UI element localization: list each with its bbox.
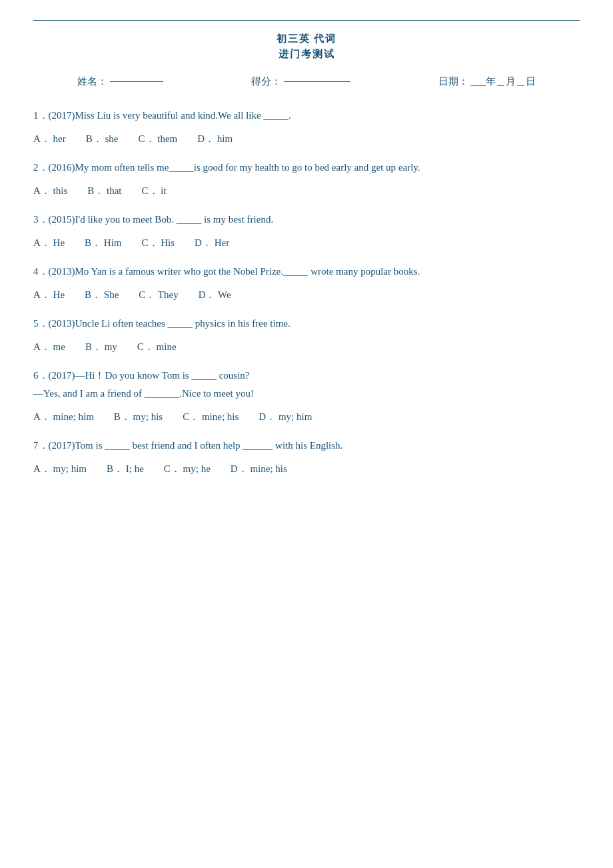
name-blank xyxy=(110,81,163,82)
title-section: 初三英 代词 进门考测试 xyxy=(33,33,580,61)
question-3-options: A． HeB． HimC． HisD． Her xyxy=(33,234,580,252)
question-4-option-A．: A． He xyxy=(33,286,65,304)
question-1-option-D．: D． him xyxy=(197,130,233,148)
question-6-option-D．: D． my; him xyxy=(259,408,312,426)
question-2-options: A． thisB． thatC． it xyxy=(33,182,580,200)
question-4-options: A． HeB． SheC． TheyD． We xyxy=(33,286,580,304)
question-5-options: A． meB． myC． mine xyxy=(33,338,580,356)
question-6-option-A．: A． mine; him xyxy=(33,408,94,426)
question-6-line1: 6．(2017)—Hi！Do you know Tom is _____ cou… xyxy=(33,367,580,385)
question-1-option-C．: C． them xyxy=(139,130,178,148)
title-main: 初三英 代词 xyxy=(33,33,580,45)
question-1: 1．(2017)Miss Liu is very beautiful and k… xyxy=(33,107,580,148)
name-field: 姓名： xyxy=(77,75,163,88)
question-5: 5．(2013)Uncle Li often teaches _____ phy… xyxy=(33,315,580,356)
question-5-option-A．: A． me xyxy=(33,338,65,356)
question-7-options: A． my; himB． I; heC． my; heD． mine; his xyxy=(33,460,580,478)
question-3-option-B．: B． Him xyxy=(85,234,121,252)
question-7-option-D．: D． mine; his xyxy=(231,460,287,478)
question-1-text: 1．(2017)Miss Liu is very beautiful and k… xyxy=(33,107,580,125)
question-3-option-D．: D． Her xyxy=(195,234,229,252)
info-row: 姓名： 得分： 日期： ___年＿月＿日 xyxy=(33,75,580,88)
question-6-option-B．: B． my; his xyxy=(114,408,163,426)
question-1-option-A．: A． her xyxy=(33,130,66,148)
question-6-line2: —Yes, and I am a friend of _______.Nice … xyxy=(33,385,580,403)
question-2-option-A．: A． this xyxy=(33,182,67,200)
score-label: 得分： xyxy=(251,75,281,88)
question-4-option-C．: C． They xyxy=(139,286,178,304)
question-7: 7．(2017)Tom is _____ best friend and I o… xyxy=(33,437,580,478)
question-2-option-C．: C． it xyxy=(142,182,167,200)
question-1-option-B．: B． she xyxy=(86,130,119,148)
question-4: 4．(2013)Mo Yan is a famous writer who go… xyxy=(33,263,580,304)
question-2-text: 2．(2016)My mom often tells me_____is goo… xyxy=(33,159,580,177)
date-blank: ___年＿月＿日 xyxy=(471,75,536,88)
question-2: 2．(2016)My mom often tells me_____is goo… xyxy=(33,159,580,200)
question-3-text: 3．(2015)I'd like you to meet Bob. _____ … xyxy=(33,211,580,229)
date-field: 日期： ___年＿月＿日 xyxy=(438,75,536,88)
question-6: 6．(2017)—Hi！Do you know Tom is _____ cou… xyxy=(33,367,580,426)
question-5-text: 5．(2013)Uncle Li often teaches _____ phy… xyxy=(33,315,580,333)
question-4-option-D．: D． We xyxy=(199,286,231,304)
question-1-options: A． herB． sheC． themD． him xyxy=(33,130,580,148)
question-4-text: 4．(2013)Mo Yan is a famous writer who go… xyxy=(33,263,580,281)
top-border xyxy=(33,20,580,21)
question-7-option-C．: C． my; he xyxy=(164,460,211,478)
question-6-options: A． mine; himB． my; hisC． mine; hisD． my;… xyxy=(33,408,580,426)
question-5-option-C．: C． mine xyxy=(137,338,177,356)
questions-container: 1．(2017)Miss Liu is very beautiful and k… xyxy=(33,107,580,478)
name-label: 姓名： xyxy=(77,75,107,88)
question-7-option-B．: B． I; he xyxy=(107,460,144,478)
question-5-option-B．: B． my xyxy=(85,338,117,356)
question-7-text: 7．(2017)Tom is _____ best friend and I o… xyxy=(33,437,580,455)
question-6-option-C．: C． mine; his xyxy=(183,408,239,426)
score-field: 得分： xyxy=(251,75,350,88)
question-2-option-B．: B． that xyxy=(87,182,121,200)
date-label: 日期： xyxy=(438,75,468,88)
question-7-option-A．: A． my; him xyxy=(33,460,87,478)
score-blank xyxy=(284,81,350,82)
question-3-option-A．: A． He xyxy=(33,234,65,252)
question-3-option-C．: C． His xyxy=(142,234,175,252)
question-3: 3．(2015)I'd like you to meet Bob. _____ … xyxy=(33,211,580,252)
question-4-option-B．: B． She xyxy=(85,286,119,304)
title-sub: 进门考测试 xyxy=(33,48,580,61)
question-6-text: 6．(2017)—Hi！Do you know Tom is _____ cou… xyxy=(33,367,580,403)
